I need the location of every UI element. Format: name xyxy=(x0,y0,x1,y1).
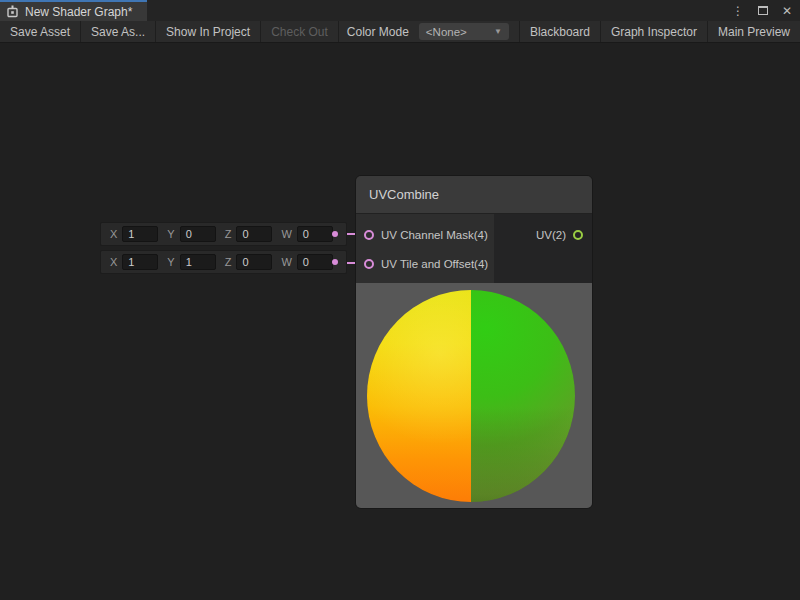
field-value-y[interactable]: 1 xyxy=(180,254,216,270)
vector4-input-channel-mask: X 1 Y 0 Z 0 W 0 xyxy=(100,222,347,246)
field-label-x: X xyxy=(110,256,117,268)
input-port-label: UV Tile and Offset(4) xyxy=(381,258,488,270)
color-mode-dropdown[interactable]: <None> ▼ xyxy=(419,23,509,40)
field-label-y: Y xyxy=(167,256,174,268)
vector-field-x: X 1 xyxy=(110,254,158,270)
vector-field-w: W 0 xyxy=(281,254,332,270)
output-port-dot[interactable] xyxy=(332,259,338,265)
vector-field-z: Z 0 xyxy=(225,226,273,242)
shader-graph-window: New Shader Graph* ⋮ ✕ Save Asset Save As… xyxy=(0,0,800,600)
field-value-x[interactable]: 1 xyxy=(122,254,158,270)
blackboard-toggle-button[interactable]: Blackboard xyxy=(519,21,600,42)
chevron-down-icon: ▼ xyxy=(494,27,502,36)
node-header[interactable]: UVCombine xyxy=(356,176,592,214)
menu-kebab-icon[interactable]: ⋮ xyxy=(732,5,744,17)
color-mode-value: <None> xyxy=(426,26,467,38)
node-ports-area: UV Channel Mask(4) UV Tile and Offset(4)… xyxy=(356,214,592,283)
vector-field-z: Z 0 xyxy=(225,254,273,270)
field-label-z: Z xyxy=(225,256,232,268)
field-value-z[interactable]: 0 xyxy=(236,254,272,270)
preview-sphere-left-half xyxy=(367,290,471,502)
input-port-row-channel-mask: UV Channel Mask(4) xyxy=(364,230,488,240)
node-preview[interactable] xyxy=(356,283,592,508)
shader-graph-asset-icon xyxy=(6,5,19,18)
vector-field-w: W 0 xyxy=(281,226,332,242)
tab-title: New Shader Graph* xyxy=(25,5,132,19)
node-title: UVCombine xyxy=(369,187,439,202)
field-value-w[interactable]: 0 xyxy=(297,226,333,242)
field-label-y: Y xyxy=(167,228,174,240)
input-port-icon[interactable] xyxy=(364,230,374,240)
field-value-w[interactable]: 0 xyxy=(297,254,333,270)
maximize-icon[interactable] xyxy=(758,6,768,15)
graph-inspector-toggle-button[interactable]: Graph Inspector xyxy=(600,21,707,42)
field-value-y[interactable]: 0 xyxy=(180,226,216,242)
vector-field-y: Y 1 xyxy=(167,254,215,270)
field-value-x[interactable]: 1 xyxy=(122,226,158,242)
field-label-z: Z xyxy=(225,228,232,240)
window-controls: ⋮ ✕ xyxy=(732,0,792,21)
tab-new-shader-graph[interactable]: New Shader Graph* xyxy=(0,0,147,21)
output-port-dot[interactable] xyxy=(332,231,338,237)
input-port-icon[interactable] xyxy=(364,259,374,269)
color-mode-label: Color Mode xyxy=(339,21,419,42)
field-label-w: W xyxy=(281,256,291,268)
vector4-input-tile-offset: X 1 Y 1 Z 0 W 0 xyxy=(100,250,347,274)
input-port-label: UV Channel Mask(4) xyxy=(381,229,488,241)
save-asset-button[interactable]: Save Asset xyxy=(0,21,81,42)
save-as-button[interactable]: Save As... xyxy=(81,21,156,42)
check-out-button: Check Out xyxy=(261,21,339,42)
main-preview-toggle-button[interactable]: Main Preview xyxy=(707,21,800,42)
field-label-w: W xyxy=(281,228,291,240)
vector-field-y: Y 0 xyxy=(167,226,215,242)
vector-field-x: X 1 xyxy=(110,226,158,242)
preview-sphere xyxy=(367,290,575,502)
preview-sphere-right-half xyxy=(471,290,575,502)
field-value-z[interactable]: 0 xyxy=(236,226,272,242)
output-port-icon[interactable] xyxy=(573,230,583,240)
show-in-project-button[interactable]: Show In Project xyxy=(156,21,261,42)
tab-bar: New Shader Graph* ⋮ ✕ xyxy=(0,0,800,21)
close-icon[interactable]: ✕ xyxy=(782,5,792,17)
node-uvcombine[interactable]: UVCombine UV Channel Mask(4) UV Tile and… xyxy=(355,175,593,509)
node-input-panel xyxy=(356,214,494,283)
field-label-x: X xyxy=(110,228,117,240)
output-port-label: UV(2) xyxy=(536,229,566,241)
input-port-row-tile-offset: UV Tile and Offset(4) xyxy=(364,259,488,269)
output-port-row-uv: UV(2) xyxy=(536,230,583,240)
shader-graph-toolbar: Save Asset Save As... Show In Project Ch… xyxy=(0,21,800,43)
